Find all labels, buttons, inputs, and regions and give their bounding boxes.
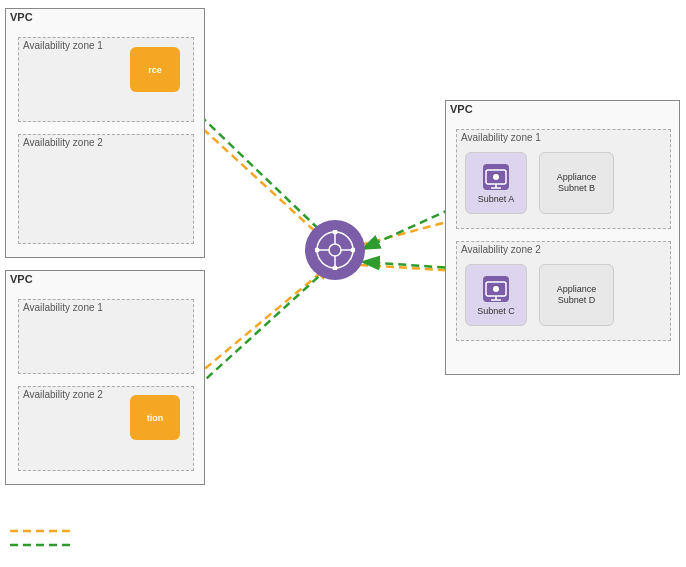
right-vpc-label: VPC <box>446 101 679 117</box>
svg-point-19 <box>493 286 499 292</box>
left-vpc1-az2-label: Availability zone 2 <box>19 135 193 150</box>
legend-green-line <box>10 541 70 549</box>
subnet-c-icon <box>481 274 511 304</box>
right-vpc: VPC Availability zone 1 Subnet A <box>445 100 680 375</box>
left-vpc2-label: VPC <box>6 271 204 287</box>
left-vpc1-az2: Availability zone 2 <box>18 134 194 244</box>
svg-point-26 <box>333 230 338 235</box>
appliance-subnet-d: ApplianceSubnet D <box>539 264 614 326</box>
right-vpc-az1-label: Availability zone 1 <box>457 130 670 145</box>
appliance-subnet-b: ApplianceSubnet B <box>539 152 614 214</box>
svg-point-27 <box>333 266 338 271</box>
legend-orange-line <box>10 527 70 535</box>
subnet-a: Subnet A <box>465 152 527 214</box>
orange-box-source-label: rce <box>148 65 162 75</box>
svg-point-14 <box>493 174 499 180</box>
subnet-c: Subnet C <box>465 264 527 326</box>
legend-orange <box>10 527 70 535</box>
svg-point-29 <box>351 248 356 253</box>
orange-box-source: rce <box>130 47 180 92</box>
subnet-a-label: Subnet A <box>478 194 515 204</box>
hub-icon <box>305 220 365 280</box>
subnet-c-label: Subnet C <box>477 306 515 316</box>
left-vpc1: VPC Availability zone 1 Availability zon… <box>5 8 205 258</box>
orange-box-destination: tion <box>130 395 180 440</box>
legend <box>10 527 70 549</box>
appliance-subnet-b-label: ApplianceSubnet B <box>557 172 597 194</box>
orange-box-destination-label: tion <box>147 413 164 423</box>
left-vpc2-az1: Availability zone 1 <box>18 299 194 374</box>
right-vpc-az1: Availability zone 1 Subnet A Ap <box>456 129 671 229</box>
left-vpc2-az1-label: Availability zone 1 <box>19 300 193 315</box>
legend-green <box>10 541 70 549</box>
svg-point-21 <box>329 244 341 256</box>
svg-point-28 <box>315 248 320 253</box>
left-vpc1-label: VPC <box>6 9 204 25</box>
diagram-container: VPC Availability zone 1 Availability zon… <box>0 0 686 567</box>
left-vpc2: VPC Availability zone 1 Availability zon… <box>5 270 205 485</box>
right-vpc-az2-label: Availability zone 2 <box>457 242 670 257</box>
appliance-subnet-d-label: ApplianceSubnet D <box>557 284 597 306</box>
subnet-a-icon <box>481 162 511 192</box>
hub-svg <box>315 230 355 270</box>
right-vpc-az2: Availability zone 2 Subnet C Ap <box>456 241 671 341</box>
